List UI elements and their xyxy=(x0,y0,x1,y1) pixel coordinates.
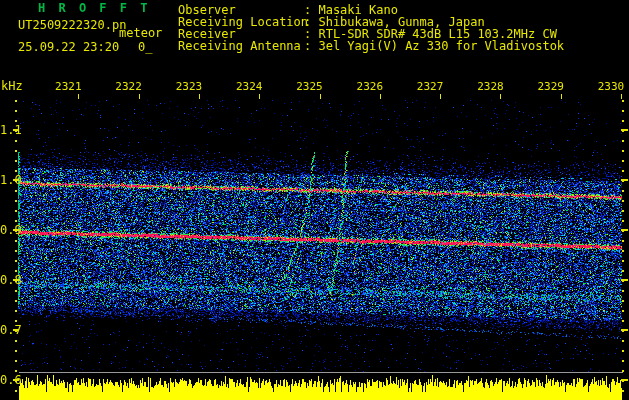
time-tick-label: 2327 xyxy=(417,80,444,93)
header-fields: Observer: Masaki KanoReceiving Location:… xyxy=(178,4,564,52)
time-tick-label: 2325 xyxy=(296,80,323,93)
time-tick-label: 2324 xyxy=(236,80,263,93)
freq-tick-label: 0.8 xyxy=(0,273,22,287)
header-field-label: Receiving Antenna xyxy=(178,40,304,53)
time-tick-label: 2330 xyxy=(598,80,625,93)
freq-tick-label: 0.9 xyxy=(0,223,22,237)
output-filename: UT2509222320.pn xyxy=(18,19,126,32)
freq-tick-label: 0.7 xyxy=(0,323,22,337)
time-tick-label: 2323 xyxy=(176,80,203,93)
header-field-value: : 3el Yagi(V) Az 330 for Vladivostok xyxy=(304,39,564,53)
time-tick-label: 2322 xyxy=(115,80,142,93)
time-tick-label: 2329 xyxy=(537,80,564,93)
time-tick-label: 2326 xyxy=(357,80,384,93)
app-title: H R O F F T xyxy=(38,2,150,15)
header-field-row: Receiving Antenna: 3el Yagi(V) Az 330 fo… xyxy=(178,40,564,52)
hrofft-window: H R O F F T UT2509222320.pn meteor 25.09… xyxy=(0,0,629,400)
date-time: 25.09.22 23:20 xyxy=(18,41,119,54)
time-tick-label: 2328 xyxy=(477,80,504,93)
echo-counter: 0_ xyxy=(138,41,152,54)
time-tick-label: 2321 xyxy=(55,80,82,93)
station-name: meteor xyxy=(119,27,162,40)
freq-tick-label: 1.0 xyxy=(0,173,22,187)
freq-axis-unit: kHz xyxy=(1,80,23,93)
spectrogram-canvas xyxy=(0,0,629,400)
freq-tick-label: 0.6 xyxy=(0,373,22,387)
freq-tick-label: 1.1 xyxy=(0,123,22,137)
